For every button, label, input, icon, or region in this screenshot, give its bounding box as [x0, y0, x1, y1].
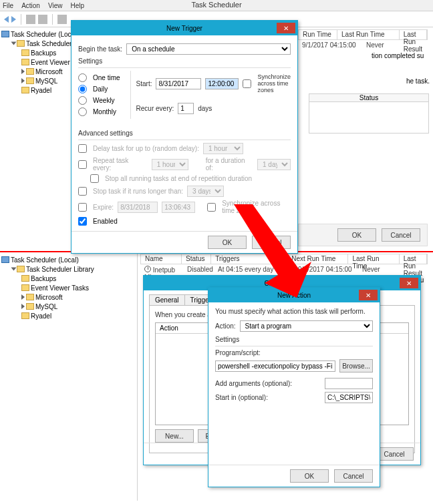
- col-last[interactable]: Last Run Time: [337, 30, 400, 39]
- repeat-checkbox[interactable]: [78, 160, 87, 169]
- task-list-header: Run Time Last Run Time Last Run Result: [298, 29, 428, 40]
- weekly-radio[interactable]: [78, 96, 87, 105]
- close-icon[interactable]: ✕: [400, 278, 418, 288]
- dialog-title: New Trigger: [71, 25, 297, 32]
- cancel-button[interactable]: Cancel: [375, 447, 414, 461]
- expire-time-input[interactable]: [162, 202, 195, 213]
- expire-checkbox[interactable]: [78, 203, 87, 212]
- menu-file[interactable]: File: [3, 2, 13, 9]
- scheduler-icon: [1, 31, 9, 37]
- duration-select[interactable]: 1 day: [257, 159, 291, 170]
- dialog-titlebar[interactable]: New Action ✕: [208, 288, 380, 302]
- monthly-label: Monthly: [93, 108, 116, 115]
- task-row[interactable]: Inetpub Mir... Disabled At 04:15 every d…: [140, 266, 384, 275]
- tree-item[interactable]: MySQL: [35, 303, 57, 310]
- cancel-button[interactable]: Cancel: [382, 228, 420, 242]
- splitter[interactable]: [137, 254, 138, 501]
- status-header: Status: [309, 94, 428, 102]
- expand-icon[interactable]: [21, 294, 25, 300]
- col-result[interactable]: Last Run Result: [400, 254, 427, 264]
- daily-radio[interactable]: [78, 85, 87, 93]
- stoplonger-select[interactable]: 3 days: [187, 186, 224, 197]
- col-next[interactable]: Next Run Time: [287, 254, 348, 264]
- delay-label: Delay task for up to (random delay):: [93, 145, 199, 152]
- dialog-titlebar[interactable]: New Trigger ✕: [71, 21, 297, 35]
- expire-sync-checkbox[interactable]: [207, 203, 216, 212]
- tree-item[interactable]: Ryadel: [31, 87, 51, 94]
- tree-item[interactable]: Event Viewer Tasks: [31, 284, 89, 292]
- tree-library[interactable]: Task Scheduler Library: [26, 266, 94, 273]
- tree-root[interactable]: Task Scheduler (Local): [11, 256, 79, 264]
- menu-view[interactable]: View: [48, 2, 63, 9]
- cancel-button[interactable]: Cancel: [252, 236, 291, 249]
- expand-icon[interactable]: [21, 78, 25, 83]
- folder-icon: [26, 294, 34, 300]
- tree-item[interactable]: Microsoft: [35, 294, 63, 301]
- sync-tz-label: Synchronize across time zones: [257, 73, 291, 93]
- folder-icon: [21, 59, 29, 65]
- browse-button[interactable]: Browse...: [339, 359, 373, 372]
- col-last[interactable]: Last Run Time: [348, 254, 399, 264]
- delay-select[interactable]: 1 hour: [203, 143, 243, 154]
- tree-item[interactable]: Backups: [31, 49, 56, 57]
- advanced-label: Advanced settings: [78, 130, 291, 137]
- args-input[interactable]: [325, 378, 373, 389]
- tab-general[interactable]: General: [149, 294, 185, 305]
- expand-icon[interactable]: [11, 268, 17, 271]
- expire-date-input[interactable]: [118, 202, 158, 213]
- toolbar-icon[interactable]: [26, 15, 35, 24]
- folder-icon: [17, 40, 25, 47]
- col-status[interactable]: Status: [182, 254, 211, 264]
- col-triggers[interactable]: Triggers: [211, 254, 287, 264]
- tree-item[interactable]: Ryadel: [31, 312, 51, 320]
- recur-input[interactable]: [178, 103, 194, 114]
- onetime-label: One time: [93, 74, 120, 81]
- scheduler-icon: [1, 256, 9, 263]
- start-time-input[interactable]: [205, 78, 239, 89]
- tree-item[interactable]: Microsoft: [35, 68, 63, 75]
- stoplonger-checkbox[interactable]: [78, 187, 87, 196]
- cancel-button[interactable]: Cancel: [334, 469, 373, 483]
- start-date-input[interactable]: [156, 78, 201, 89]
- tree-item[interactable]: Backups: [31, 275, 56, 282]
- menu-help[interactable]: Help: [70, 2, 84, 9]
- close-icon[interactable]: ✕: [359, 290, 378, 300]
- underlying-buttons: OK Cancel: [298, 224, 428, 246]
- ok-button[interactable]: OK: [208, 236, 247, 249]
- toolbar-icon[interactable]: [38, 15, 47, 24]
- col-runtime[interactable]: Run Time: [299, 30, 337, 39]
- ok-button[interactable]: OK: [290, 469, 329, 483]
- repeat-select[interactable]: 1 hour: [152, 159, 188, 170]
- toolbar-icon[interactable]: [57, 15, 67, 24]
- tree-root[interactable]: Task Scheduler (Local): [11, 31, 79, 38]
- action-select[interactable]: Start a program: [240, 320, 373, 332]
- nav-forward-icon[interactable]: [11, 16, 16, 23]
- col-result[interactable]: Last Run Result: [400, 30, 427, 39]
- enabled-checkbox[interactable]: [78, 217, 87, 226]
- monthly-radio[interactable]: [78, 107, 87, 116]
- expand-icon[interactable]: [21, 69, 25, 74]
- stopall-checkbox[interactable]: [90, 174, 99, 183]
- folder-icon: [21, 284, 29, 291]
- cell-triggers: At 04:15 every day: [214, 266, 294, 275]
- repeat-label: Repeat task every:: [93, 157, 148, 172]
- nav-back-icon[interactable]: [4, 16, 9, 23]
- startin-input[interactable]: [325, 392, 373, 403]
- stoplonger-label: Stop task if it runs longer than:: [93, 188, 183, 195]
- col-name[interactable]: Name: [141, 254, 182, 264]
- onetime-radio[interactable]: [78, 73, 87, 82]
- action-label: Action:: [215, 322, 236, 330]
- tree-item[interactable]: MySQL: [35, 77, 57, 85]
- task-row[interactable]: 9/1/2017 04:15:00 Never: [298, 41, 388, 51]
- expand-icon[interactable]: [11, 42, 17, 45]
- expand-icon[interactable]: [21, 304, 25, 309]
- sync-tz-checkbox[interactable]: [243, 79, 251, 88]
- ok-button[interactable]: OK: [337, 228, 376, 242]
- close-icon[interactable]: ✕: [277, 23, 295, 33]
- new-action-button[interactable]: New...: [155, 429, 194, 443]
- program-input[interactable]: [215, 360, 335, 372]
- begin-task-select[interactable]: On a schedule: [126, 43, 291, 55]
- menu-action[interactable]: Action: [21, 2, 40, 9]
- delay-checkbox[interactable]: [78, 144, 87, 153]
- dialog-buttons: OK Cancel: [71, 231, 297, 253]
